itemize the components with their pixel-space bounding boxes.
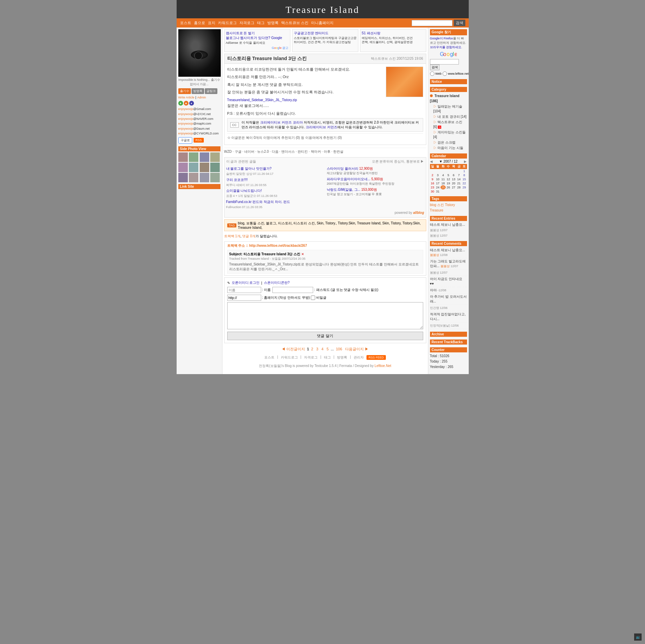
cat-link-2[interactable]: 내 포토 경규리 [14] [437,115,466,118]
photo-thumb-4[interactable] [210,152,220,162]
homepage-input[interactable] [227,295,261,301]
tag-link-3[interactable]: Tistory [445,203,455,207]
guestbook-btn[interactable]: 방명록 [192,88,204,94]
cc-link[interactable]: 크리에이티브 커먼즈 코리아 [260,121,303,124]
cal-day-25-today[interactable]: 25 [441,185,446,189]
cal-day-2[interactable]: 2 [430,173,435,177]
ad-center-link[interactable]: 구글광고전문 엔터미드 [294,31,357,36]
cal-day-10[interactable]: 10 [435,177,441,181]
link-google[interactable]: 구글 [235,150,241,153]
password-input[interactable] [272,287,313,293]
download-link[interactable]: TreasureIsland_Sidebar_3Skin_JIL_Tistory… [227,98,297,102]
cal-day-4[interactable]: 4 [441,173,446,177]
google-search-btn[interactable]: 검색 [430,65,440,70]
google-experience-link[interactable]: 브라우저를 경험하세요. [430,45,462,49]
cal-day-11[interactable]: 11 [441,177,446,181]
link-pantikin[interactable]: 판티킨 [298,150,308,153]
photo-thumb-12[interactable] [210,173,220,182]
link-wzd[interactable]: WZD [224,150,232,153]
trackback-close[interactable]: ✕ [301,252,304,256]
comment-submit-button[interactable]: 댓글 달기 [227,332,423,340]
nav-item-자격로그[interactable]: 자격로그 [239,20,254,25]
page-4-link[interactable]: 4 [320,347,324,351]
page-5-link[interactable]: 5 [325,347,329,351]
link-yahoo[interactable]: 아후 [324,150,330,153]
photo-thumb-5[interactable] [178,163,188,172]
cat-link-4[interactable]: 게이마있는 스킨들 [4] [433,130,466,139]
cal-day-5[interactable]: 5 [446,173,451,177]
cal-day-8[interactable]: 8 [462,173,467,177]
cc-license-link[interactable]: 크리에이티브 커먼즈 [306,125,337,129]
icon-orange[interactable]: ♣ [184,101,189,106]
nav-item-표지[interactable]: 표지 [208,20,215,25]
all-posts-link[interactable]: 오른 분류뒤에 중심자, 통분뷰로 ▶ [372,159,424,164]
prev-page-link[interactable]: ◀ 이전글이지 [281,347,306,351]
cal-day-30[interactable]: 30 [430,189,435,194]
photo-thumb-3[interactable] [200,152,209,162]
cal-day-21[interactable]: 21 [456,181,462,185]
ad-right-link[interactable]: S1 패션사랑 [362,31,425,36]
cal-day-17[interactable]: 17 [435,181,441,185]
google-subscribe-btn[interactable]: 구글로 [178,137,192,144]
photo-thumb-7[interactable] [200,163,209,172]
cat-link-6[interactable]: 마음이 기는 시들 [437,146,463,150]
photo-thumb-10[interactable] [189,173,198,182]
link-naver[interactable]: 네이버 [244,150,254,153]
calendar-prev[interactable]: ◀ [430,160,433,163]
tag-link-2[interactable]: 스킨 [437,203,444,207]
firefox-link[interactable]: Firefox [444,37,453,40]
page-2-link[interactable]: 2 [310,347,314,351]
photo-thumb-8[interactable] [210,163,220,172]
link-news[interactable]: 뉴스2.0 [257,150,269,153]
footer-tag2-link[interactable]: 태그 [324,355,331,360]
photo-thumb-6[interactable] [189,163,198,172]
nav-item-방명록[interactable]: 방명록 [267,20,279,25]
email-gmail[interactable]: @Gmail.com [193,107,211,111]
related-post-4-link[interactable]: FamibFund.co.kr 펀드와 적금의 차이. 펀드 [226,200,290,204]
rc-6-link[interactable]: 아 추가비 밥 오려서도서래... [430,295,467,303]
comment-login-link[interactable]: 오른이미디 로그인 [232,280,260,285]
email-naver1[interactable]: @네이버.net [193,112,211,116]
cal-day-19[interactable]: 19 [446,181,451,185]
ad-link-1[interactable]: 스타어이딩 플러서리 [327,167,358,170]
page-3-link[interactable]: 3 [315,347,319,351]
ad-left-link2[interactable]: 블로그나 웹사이트가 있다면? Google [226,36,289,40]
email-cyworld[interactable]: @CYWORLD.com [193,132,219,135]
cal-day-12[interactable]: 12 [446,177,451,181]
cal-day-1[interactable]: 1 [462,169,467,173]
cal-day-6[interactable]: 6 [451,173,456,177]
cal-day-28[interactable]: 28 [456,185,462,189]
rc-4-link[interactable]: 어이 자금도 인타내요 ♥♥ [430,277,463,286]
comment-what-link[interactable]: 스폰이미디콘란? [264,280,290,285]
photo-thumb-11[interactable] [200,173,209,182]
nav-item-포스트[interactable]: 포스트 [180,20,191,25]
cal-day-23[interactable]: 23 [430,185,435,189]
link-daum[interactable]: 다음 [272,150,279,153]
email-naver2[interactable]: @NAVER.com [193,117,213,121]
cal-day-29[interactable]: 29 [462,185,467,189]
photo-thumb-2[interactable] [189,152,198,162]
footer-admin2-link[interactable]: 관리자 [354,355,364,360]
comment-count-link[interactable]: 댓글 0개 [242,234,255,238]
cal-day-16[interactable]: 16 [430,181,435,185]
next-page-link[interactable]: 다음글이지 ▶ [344,347,370,351]
rc-1-link[interactable]: 테스트 제보니 납충요... [430,248,465,252]
calendar-next[interactable]: ▶ [464,160,467,163]
cal-day-26[interactable]: 26 [446,185,451,189]
photo-thumb-1[interactable] [178,152,188,162]
footer-guest-link[interactable]: 방명록 [337,355,347,360]
cal-day-9[interactable]: 9 [430,177,435,181]
link-bookmarker[interactable]: 책마커 [311,150,321,153]
tag-link-1[interactable]: blog [430,203,436,207]
cal-day-15[interactable]: 15 [462,177,467,181]
nav-item-카워드로그[interactable]: 카워드로그 [218,20,237,25]
lefttoe-link[interactable]: Lefttoe.Net [375,364,391,368]
google-search-input[interactable] [430,59,459,65]
cal-day-22[interactable]: 22 [462,181,467,185]
ad-left-link[interactable]: 캠사이트로 돈 벌기 [226,31,289,36]
category-root-link[interactable]: Treasure Island [186] [430,94,460,103]
recent-entry-1-link[interactable]: 테스트 제보니 납충요... [430,223,465,226]
cal-day-3[interactable]: 3 [435,173,441,177]
ad-link-2[interactable]: 파라다우오음마이아이오네... [327,177,370,181]
cal-day-13[interactable]: 13 [451,177,456,181]
